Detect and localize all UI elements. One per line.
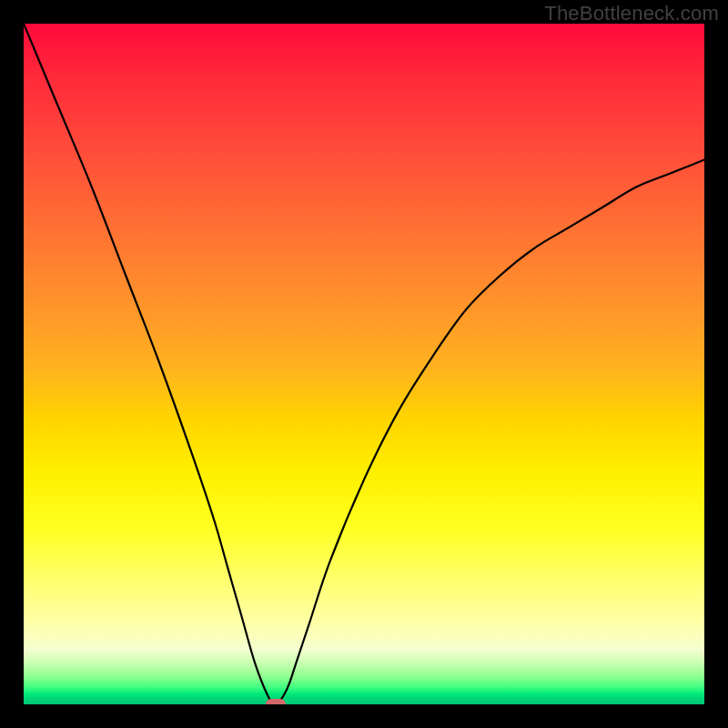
chart-frame: TheBottleneck.com — [0, 0, 728, 728]
plot-area — [24, 24, 704, 704]
optimum-marker — [266, 699, 286, 704]
watermark-text: TheBottleneck.com — [544, 2, 719, 25]
bottleneck-curve — [24, 24, 704, 704]
